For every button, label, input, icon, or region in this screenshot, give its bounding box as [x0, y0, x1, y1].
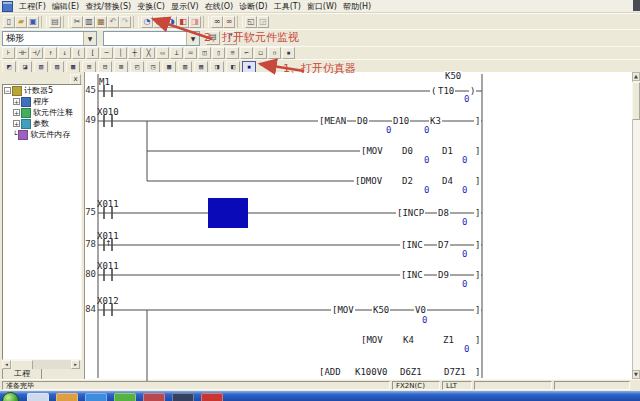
start-button[interactable]	[2, 392, 19, 401]
ladder-symbol-3-button[interactable]: ↑	[44, 47, 57, 59]
device-monitor-button[interactable]: ∞	[223, 16, 235, 28]
expand-icon[interactable]: +	[13, 98, 20, 105]
tree-item-3[interactable]: └软元件内存	[3, 129, 81, 140]
ladder-symbol-9-button[interactable]: ┼	[128, 47, 141, 59]
menu-item-3[interactable]: 变换(C)	[134, 1, 168, 12]
annotation-open-device-monitor: 2、打开软元件监视	[204, 30, 299, 45]
tree-item-2[interactable]: +参数	[3, 118, 81, 129]
monitor-mode-button[interactable]: ∞	[211, 16, 223, 28]
expand-icon[interactable]: +	[13, 109, 20, 116]
menu-item-7[interactable]: 工具(T)	[271, 1, 304, 12]
save-project-button[interactable]: ▣	[27, 16, 39, 28]
ladder-symbol-6-button[interactable]: [ ]	[86, 47, 99, 59]
taskbar-app-2[interactable]	[85, 393, 107, 401]
menu-item-1[interactable]: 编辑(E)	[49, 1, 82, 12]
program-tool-0-button[interactable]: ◩	[2, 61, 16, 73]
tree-item-0[interactable]: +程序	[3, 96, 81, 107]
ladder-symbol-5-button[interactable]: ( )	[72, 47, 85, 59]
program-tool-8-button[interactable]: ◰	[130, 61, 144, 73]
menu-item-6[interactable]: 诊断(D)	[236, 1, 270, 12]
taskbar-app-0[interactable]	[27, 393, 49, 401]
undo-button[interactable]: ↶	[107, 16, 119, 28]
monitor-value: 0	[422, 315, 427, 325]
ladder-symbol-10-button[interactable]: ╳	[142, 47, 155, 59]
scroll-thumb[interactable]	[632, 82, 640, 120]
instruction-token: Z1	[442, 335, 455, 345]
menu-item-9[interactable]: 帮助(H)	[340, 1, 374, 12]
open-project-button[interactable]: ▰	[15, 16, 27, 28]
ladder-symbol-15-button[interactable]: ▯	[212, 47, 225, 59]
menu-item-5[interactable]: 在线(O)	[202, 1, 237, 12]
taskbar-app-3[interactable]	[114, 393, 136, 401]
program-tool-6-button[interactable]: ⊟	[98, 61, 112, 73]
taskbar-app-6[interactable]	[201, 393, 223, 401]
ladder-mode-button[interactable]: ◔	[141, 16, 153, 28]
program-tool-11-button[interactable]: ▥	[178, 61, 192, 73]
program-tool-4-button[interactable]: ▩	[66, 61, 80, 73]
simulation-start-button[interactable]: ▪	[242, 61, 256, 73]
scroll-down-icon[interactable]: ▼	[632, 370, 640, 379]
program-tool-1-button[interactable]: ◪	[18, 61, 32, 73]
collapse-icon[interactable]: −	[4, 87, 11, 94]
device-combo[interactable]: ▼	[103, 31, 200, 46]
scroll-left-icon[interactable]: ◂	[2, 360, 11, 369]
ladder-symbol-0-button[interactable]: ⊦	[2, 47, 15, 59]
program-type-combo[interactable]: 梯形 ▼	[2, 31, 97, 46]
read-mode-button[interactable]: ◨	[189, 16, 201, 28]
sfc-mode-button[interactable]: ◑	[165, 16, 177, 28]
ladder-symbol-19-button[interactable]: ▫	[268, 47, 281, 59]
cut-button[interactable]: ✂	[71, 16, 83, 28]
ladder-symbol-8-button[interactable]: │	[114, 47, 127, 59]
taskbar-app-4[interactable]	[143, 393, 165, 401]
ladder-symbol-20-button[interactable]: ▪	[282, 47, 295, 59]
instruction-token: [INC	[400, 270, 424, 280]
program-tool-13-button[interactable]: ◨	[210, 61, 224, 73]
program-tool-9-button[interactable]: ◳	[146, 61, 160, 73]
ladder-symbol-1-button[interactable]: ⊣⊢	[16, 47, 29, 59]
ladder-symbol-12-button[interactable]: ⊥	[170, 47, 183, 59]
ladder-symbol-13-button[interactable]: ═	[184, 47, 197, 59]
program-tool-3-button[interactable]: ▨	[50, 61, 64, 73]
menu-item-8[interactable]: 窗口(W)	[304, 1, 340, 12]
menu-item-4[interactable]: 显示(V)	[168, 1, 202, 12]
gx-developer-window: 工程(F)编辑(E)查找/替换(S)变换(C)显示(V)在线(O)诊断(D)工具…	[0, 0, 640, 401]
instruction-token: ]	[474, 305, 481, 315]
ladder-symbol-17-button[interactable]: ⌐	[240, 47, 253, 59]
tree-horizontal-scrollbar[interactable]: ◂ ▸	[2, 360, 80, 369]
program-tool-5-button[interactable]: ⊞	[82, 61, 96, 73]
taskbar-app-5[interactable]	[172, 393, 194, 401]
copy-button[interactable]: ▥	[83, 16, 95, 28]
program-tool-12-button[interactable]: ▤	[194, 61, 208, 73]
chevron-down-icon[interactable]: ▼	[83, 32, 96, 45]
program-tool-14-button[interactable]: ◧	[226, 61, 240, 73]
menu-item-0[interactable]: 工程(F)	[16, 1, 49, 12]
tree-root[interactable]: −计数器5	[3, 85, 81, 96]
cascade-windows-button[interactable]: ◱	[245, 16, 257, 28]
program-tool-7-button[interactable]: ⊠	[114, 61, 128, 73]
write-mode-button[interactable]: ◧	[177, 16, 189, 28]
program-tool-10-button[interactable]: ▦	[162, 61, 176, 73]
scroll-up-icon[interactable]: ▲	[632, 72, 640, 81]
program-tool-2-button[interactable]: ▧	[34, 61, 48, 73]
ladder-symbol-2-button[interactable]: ⊣/⊢	[30, 47, 43, 59]
chevron-down-icon[interactable]: ▼	[186, 32, 199, 45]
tree-item-1[interactable]: +软元件注释	[3, 107, 81, 118]
window-controls[interactable]	[633, 0, 640, 11]
print-button[interactable]: ▤	[49, 16, 61, 28]
tile-windows-button[interactable]: ◲	[257, 16, 269, 28]
rising-edge-mark: ↑	[105, 239, 112, 248]
ladder-symbol-4-button[interactable]: ↓	[58, 47, 71, 59]
ladder-symbol-16-button[interactable]: ≡	[226, 47, 239, 59]
ladder-symbol-7-button[interactable]: ─	[100, 47, 113, 59]
taskbar-app-1[interactable]	[56, 393, 78, 401]
instruction-list-mode-button[interactable]: ◕	[153, 16, 165, 28]
menu-item-2[interactable]: 查找/替换(S)	[82, 1, 134, 12]
paste-button[interactable]: ▦	[95, 16, 107, 28]
scroll-right-icon[interactable]: ▸	[71, 360, 80, 369]
ladder-symbol-18-button[interactable]: ◻	[254, 47, 267, 59]
new-file-button[interactable]: ▯	[3, 16, 15, 28]
redo-button[interactable]: ↷	[119, 16, 131, 28]
ladder-symbol-14-button[interactable]: ◫	[198, 47, 211, 59]
expand-icon[interactable]: +	[13, 120, 20, 127]
ladder-symbol-11-button[interactable]: ▭	[156, 47, 169, 59]
